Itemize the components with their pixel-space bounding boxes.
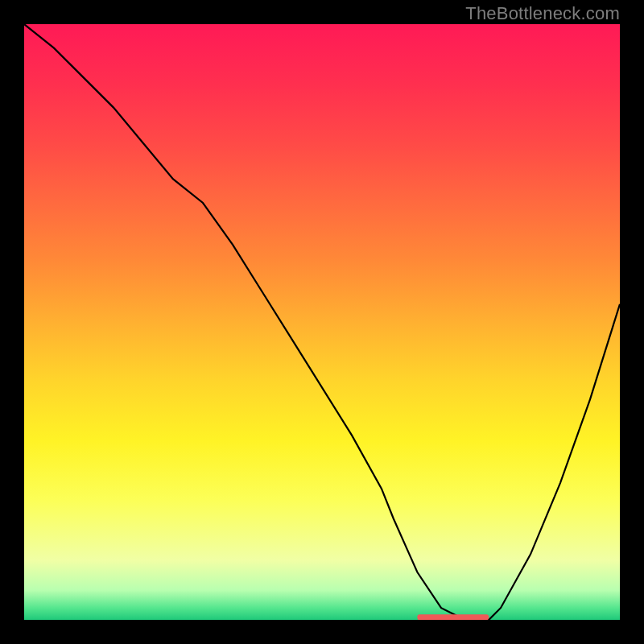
chart-frame xyxy=(24,24,620,620)
optimal-range-marker xyxy=(417,614,489,620)
bottleneck-chart xyxy=(24,24,620,620)
watermark-label: TheBottleneck.com xyxy=(465,3,620,24)
gradient-background xyxy=(24,24,620,620)
